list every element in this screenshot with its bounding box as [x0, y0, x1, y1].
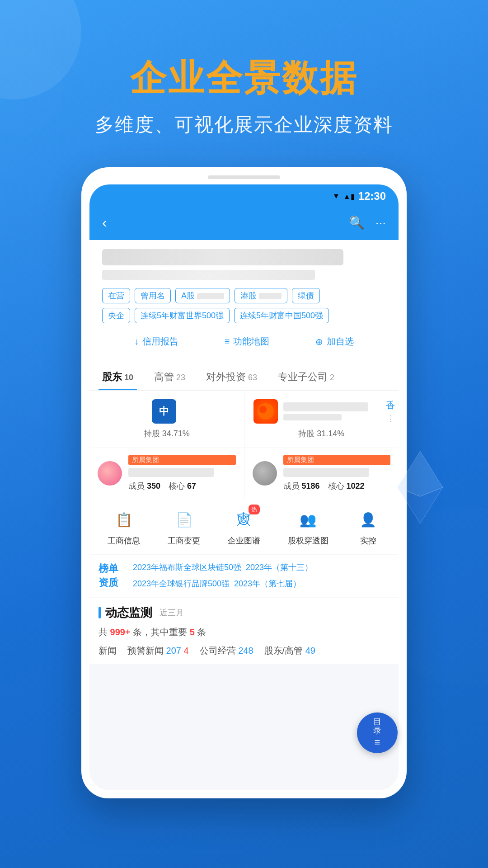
tag-lyuzhai[interactable]: 绿债	[292, 288, 320, 303]
feature-enterprise-map[interactable]: 🕸 热 企业图谱	[228, 507, 260, 546]
dynamic-stats: 共 999+ 条，其中重要 5 条	[99, 626, 389, 638]
app-subtitle: 多维度、可视化展示企业深度资料	[0, 112, 488, 137]
feature-map-button[interactable]: ≡ 功能地图	[225, 335, 270, 348]
feature-label-actual-control: 实控	[360, 535, 376, 546]
tab-subsidiaries[interactable]: 专业子公司 2	[274, 364, 338, 390]
company-name-blur	[102, 249, 343, 265]
features-row: 📋 工商信息 📄 工商变更 🕸 热 企业图谱	[89, 499, 399, 554]
feature-actual-control[interactable]: 👤 实控	[356, 507, 380, 546]
wifi-icon: ▼	[333, 192, 340, 200]
tag-agus[interactable]: A股	[175, 288, 230, 303]
tag-ganggu[interactable]: 港股	[235, 288, 287, 303]
hong-label: 香	[386, 399, 395, 411]
shareholder-percent-1: 持股 34.71%	[144, 428, 190, 439]
search-button[interactable]: 🔍	[349, 215, 365, 230]
tag-fortune-china[interactable]: 连续5年财富中国500强	[234, 308, 329, 323]
feature-icon-gongshang-change: 📄	[172, 507, 196, 532]
phone-notch	[208, 175, 280, 179]
back-button[interactable]: ‹	[102, 214, 107, 231]
shareholders-grid: 中 持股 34.71%	[89, 391, 399, 447]
feature-icon-enterprise-map: 🕸 热	[232, 507, 256, 532]
honors-tags: 2023年福布斯全球区块链50强 2023年（第十三） 2023年全球银行品牌5…	[133, 562, 389, 590]
group-stats-1: 成员 350 核心 67	[128, 481, 236, 491]
company-section: 在营 曾用名 A股 港股 绿债 央企 连续5年财富世界500强 连续5年财富中国…	[89, 240, 399, 364]
action-bar: ↓ 信用报告 ≡ 功能地图 ⊕ 加自选	[102, 328, 386, 355]
shareholder-avatar-2	[253, 399, 278, 424]
credit-report-button[interactable]: ↓ 信用报告	[134, 335, 178, 348]
tab-shareholders[interactable]: 股东 10	[99, 364, 137, 390]
dynamic-title: 动态监测	[105, 605, 152, 621]
tag-zaaying[interactable]: 在营	[102, 288, 130, 303]
credit-report-label: 信用报告	[142, 335, 178, 348]
feature-gongshang-info[interactable]: 📋 工商信息	[108, 507, 140, 546]
shareholder-avatar-1: 中	[152, 399, 176, 424]
dynamic-total: 999+	[110, 627, 131, 637]
group-avatar-2	[253, 461, 277, 486]
phone-screen: ▼ ▲▮ 12:30 ‹ 🔍 ··· 在营 曾用名	[89, 184, 399, 790]
group-badge-1: 所属集团	[128, 455, 236, 465]
float-directory-button[interactable]: 目录 ≡	[357, 712, 398, 753]
add-icon: ⊕	[315, 336, 323, 347]
nav-actions: 🔍 ···	[349, 215, 386, 230]
dynamic-alert-label: 预警新闻 207 4	[127, 645, 189, 657]
feature-label-enterprise-map: 企业图谱	[228, 535, 260, 546]
tabs-bar: 股东 10 高管 23 对外投资 63 专业子公司 2	[89, 364, 399, 391]
map-icon: ≡	[225, 336, 230, 347]
float-button-label: 目录	[373, 717, 381, 736]
tab-investments[interactable]: 对外投资 63	[202, 364, 261, 390]
dynamic-period: 近三月	[160, 607, 184, 618]
group-badge-2: 所属集团	[283, 455, 391, 465]
group-avatar-1	[98, 461, 122, 486]
tag-cunyongming[interactable]: 曾用名	[135, 288, 171, 303]
feature-label-gongshang-change: 工商变更	[168, 535, 200, 546]
dynamic-row: 新闻 预警新闻 207 4 公司经营 248 股东/高管 49	[99, 645, 389, 657]
svg-marker-2	[398, 451, 443, 496]
status-time: 12:30	[358, 190, 386, 203]
phone-mockup: ▼ ▲▮ 12:30 ‹ 🔍 ··· 在营 曾用名	[81, 167, 407, 798]
add-watchlist-button[interactable]: ⊕ 加自选	[315, 335, 354, 348]
group-name-blur-1	[128, 468, 214, 477]
group-info-2: 所属集团 成员 5186 核心 1022	[283, 455, 391, 491]
feature-map-label: 功能地图	[233, 335, 269, 348]
tag-fortune-world[interactable]: 连续5年财富世界500强	[135, 308, 230, 323]
status-icons: ▼ ▲▮ 12:30	[333, 190, 386, 203]
add-watchlist-label: 加自选	[327, 335, 354, 348]
group-row: 所属集团 成员 350 核心 67 所属集团 成员 5186 核心 1022	[89, 448, 399, 499]
hot-badge: 热	[249, 505, 260, 514]
shareholder-percent-2: 持股 31.14%	[298, 428, 344, 439]
dynamic-news-label: 新闻	[99, 645, 117, 657]
tags-row-1: 在营 曾用名 A股 港股 绿债	[102, 288, 386, 303]
feature-equity-penetration[interactable]: 👥 股权穿透图	[288, 507, 328, 546]
dynamic-section: 动态监测 近三月 共 999+ 条，其中重要 5 条 新闻 预警新闻 207 4…	[89, 598, 399, 664]
shareholder-card-2[interactable]: 香 持股 31.14% ⋮	[244, 391, 399, 447]
honor-tag-3[interactable]: 2023年全球银行品牌500强	[133, 578, 230, 590]
honors-section: 榜单资质 2023年福布斯全球区块链50强 2023年（第十三） 2023年全球…	[89, 555, 399, 597]
svg-point-1	[259, 406, 267, 413]
honor-tag-1[interactable]: 2023年福布斯全球区块链50强	[133, 562, 241, 574]
feature-icon-equity-penetration: 👥	[296, 507, 320, 532]
nav-bar: ‹ 🔍 ···	[89, 208, 399, 240]
tab-executives[interactable]: 高管 23	[150, 364, 189, 390]
float-button-icon: ≡	[375, 736, 380, 748]
dynamic-important: 5	[190, 627, 195, 637]
dynamic-operations-label: 公司经营 248	[200, 645, 253, 657]
feature-icon-actual-control: 👤	[356, 507, 380, 532]
deco-shape	[398, 451, 443, 525]
group-stats-2: 成员 5186 核心 1022	[283, 481, 391, 491]
feature-gongshang-change[interactable]: 📄 工商变更	[168, 507, 200, 546]
group-card-2[interactable]: 所属集团 成员 5186 核心 1022	[244, 448, 399, 499]
feature-label-equity-penetration: 股权穿透图	[288, 535, 328, 546]
more-button[interactable]: ···	[375, 216, 386, 230]
company-sub-blur	[102, 270, 315, 280]
dynamic-shareholders-label: 股东/高管 49	[264, 645, 315, 657]
shareholder-card-1[interactable]: 中 持股 34.71%	[89, 391, 244, 447]
group-name-blur-2	[283, 468, 369, 477]
honor-tag-4[interactable]: 2023年（第七届）	[234, 578, 301, 590]
tags-row-2: 央企 连续5年财富世界500强 连续5年财富中国500强	[102, 308, 386, 323]
dynamic-header: 动态监测 近三月	[99, 605, 389, 621]
tag-yangqi[interactable]: 央企	[102, 308, 130, 323]
honor-tag-2[interactable]: 2023年（第十三）	[246, 562, 313, 574]
feature-label-gongshang-info: 工商信息	[108, 535, 140, 546]
feature-icon-gongshang-info: 📋	[112, 507, 136, 532]
group-card-1[interactable]: 所属集团 成员 350 核心 67	[89, 448, 244, 499]
